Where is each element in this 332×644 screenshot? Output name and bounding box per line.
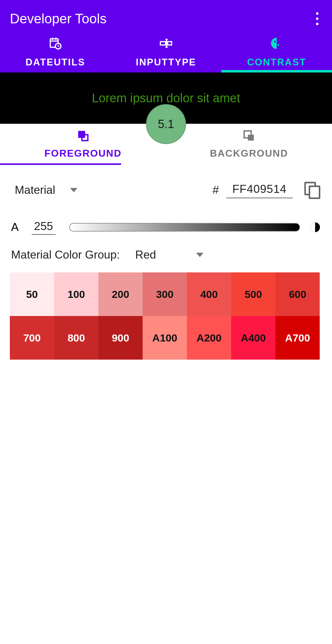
swatch-grid: 50100200300400500600700800900A100A200A40… <box>10 272 321 360</box>
chevron-down-icon <box>196 253 204 257</box>
subtab-label: FOREGROUND <box>44 148 121 159</box>
top-tabs: DATEUTILS INPUTTYPE CONTRAST <box>0 29 332 72</box>
svg-rect-8 <box>168 42 172 45</box>
swatch-300[interactable]: 300 <box>143 272 187 316</box>
subtab-label: BACKGROUND <box>210 148 288 159</box>
hex-group: # <box>212 181 321 198</box>
tab-label: INPUTTYPE <box>136 57 196 68</box>
text-input-icon <box>159 37 173 50</box>
color-group-row: Material Color Group: Red <box>11 248 321 261</box>
tab-contrast[interactable]: CONTRAST <box>221 29 332 72</box>
sub-tabs-wrap: 5.1 FOREGROUND BACKGROUND <box>0 124 332 165</box>
palette-source-label: Material <box>15 184 55 197</box>
foreground-icon <box>77 129 89 142</box>
palette-row: Material # <box>11 181 321 198</box>
svg-text:−: − <box>316 227 318 231</box>
hex-prefix: # <box>212 184 219 197</box>
color-group-label: Material Color Group: <box>11 248 120 261</box>
subtab-background[interactable]: BACKGROUND <box>166 124 332 164</box>
swatch-600[interactable]: 600 <box>275 272 320 316</box>
tab-label: CONTRAST <box>247 57 306 68</box>
svg-rect-7 <box>160 42 166 45</box>
alpha-slider[interactable] <box>69 223 300 232</box>
preview-text: Lorem ipsum dolor sit amet <box>92 91 240 105</box>
swatch-200[interactable]: 200 <box>98 272 143 316</box>
background-icon <box>243 129 255 142</box>
alpha-row: A + − <box>11 219 321 235</box>
app-bar-top: Developer Tools <box>0 0 332 29</box>
chevron-down-icon <box>70 188 77 192</box>
swatch-500[interactable]: 500 <box>231 272 275 316</box>
swatch-A400[interactable]: A400 <box>231 316 275 360</box>
sub-tabs: FOREGROUND BACKGROUND <box>0 124 332 165</box>
svg-point-14 <box>278 44 279 46</box>
tab-inputtype[interactable]: INPUTTYPE <box>111 29 221 72</box>
svg-line-6 <box>58 46 59 47</box>
swatch-A700[interactable]: A700 <box>275 316 320 360</box>
swatch-A100[interactable]: A100 <box>143 316 187 360</box>
palette-source-dropdown[interactable]: Material <box>11 184 77 197</box>
color-group-value: Red <box>135 248 156 261</box>
svg-text:+: + <box>313 223 315 228</box>
swatch-100[interactable]: 100 <box>54 272 98 316</box>
swatch-900[interactable]: 900 <box>98 316 143 360</box>
color-group-dropdown[interactable]: Red <box>135 248 204 261</box>
swatch-50[interactable]: 50 <box>10 272 54 316</box>
swatch-800[interactable]: 800 <box>54 316 98 360</box>
alpha-label: A <box>11 221 19 234</box>
svg-point-13 <box>274 41 276 43</box>
app-bar: Developer Tools DATEUTILS <box>0 0 332 72</box>
copy-icon[interactable] <box>304 182 321 198</box>
hex-input[interactable] <box>226 181 293 198</box>
svg-rect-18 <box>248 135 254 140</box>
contrast-icon <box>270 37 283 50</box>
alpha-value-input[interactable] <box>32 219 56 235</box>
invert-colors-icon[interactable]: + − <box>309 221 321 233</box>
tab-label: DATEUTILS <box>26 57 85 68</box>
swatch-A200[interactable]: A200 <box>187 316 231 360</box>
content-area: Material # A + − Material Color Group: R… <box>0 165 332 360</box>
swatch-700[interactable]: 700 <box>10 316 54 360</box>
overflow-menu-icon[interactable] <box>316 12 318 25</box>
app-title: Developer Tools <box>10 11 107 26</box>
tab-dateutils[interactable]: DATEUTILS <box>0 29 111 72</box>
swatch-400[interactable]: 400 <box>187 272 231 316</box>
subtab-foreground[interactable]: FOREGROUND <box>0 124 166 164</box>
calendar-clock-icon <box>49 37 62 50</box>
